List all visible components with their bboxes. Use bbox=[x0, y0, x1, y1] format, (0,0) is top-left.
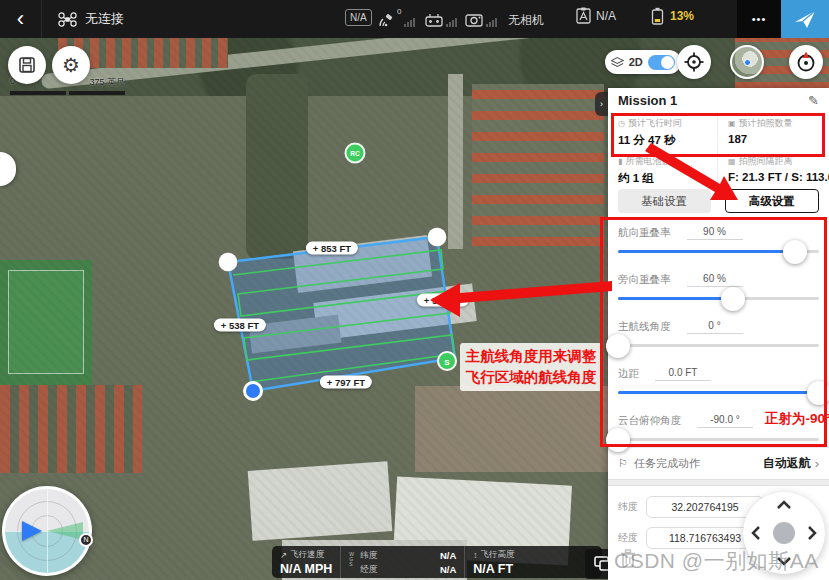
map-orientation-button[interactable] bbox=[789, 45, 823, 79]
stat-value: F: 21.3 FT / S: 113.6 FT bbox=[728, 171, 829, 183]
compass-needle-icon bbox=[795, 51, 817, 73]
aircraft-status[interactable]: 无连接 bbox=[58, 10, 124, 28]
app-screen: RC S + 853 FT + 521 FT + 538 FT + 797 FT… bbox=[0, 0, 829, 580]
complete-action-value: 自动返航 bbox=[763, 455, 811, 472]
minimap-button[interactable] bbox=[730, 45, 764, 79]
battery-icon bbox=[650, 7, 665, 25]
telemetry-speed: ↗ 飞行速度 N/A MPH bbox=[272, 546, 340, 578]
coordinates-section: 纬度 32.202764195 经度 118.716763493 bbox=[608, 486, 829, 580]
gps-signal-bars bbox=[404, 18, 415, 31]
gimbal-note: 正射为-90° bbox=[765, 410, 829, 428]
slider-label: 云台俯仰角度 bbox=[618, 414, 681, 428]
drone-icon bbox=[58, 12, 77, 27]
tutorial-note-line1: 主航线角度用来调整 bbox=[466, 346, 597, 367]
battery-small-icon: ▮ bbox=[618, 157, 622, 166]
nudge-dpad[interactable] bbox=[743, 492, 825, 574]
settings-button[interactable]: ⚙ bbox=[52, 46, 90, 84]
section-divider bbox=[608, 479, 829, 486]
slider-row-front-overlap: 航向重叠率 90 % bbox=[618, 224, 819, 269]
satellite-icon bbox=[378, 13, 394, 28]
slider-value[interactable]: 0 ° bbox=[687, 320, 743, 334]
stat-flight-time: ◷ 预计飞行时间 11 分 47 秒 bbox=[608, 112, 718, 150]
telemetry-altitude: ↕ 飞行高度 N/A FT bbox=[464, 546, 522, 578]
slider-knob[interactable] bbox=[606, 334, 630, 358]
lng-label: 经度 bbox=[360, 564, 377, 576]
slider-value[interactable]: -90.0 ° bbox=[697, 414, 753, 428]
slider-value[interactable]: 90 % bbox=[687, 226, 743, 240]
stat-value: 11 分 47 秒 bbox=[618, 133, 709, 148]
gps-signal: 0 bbox=[378, 7, 415, 31]
slider-knob[interactable] bbox=[807, 381, 829, 405]
locate-button[interactable] bbox=[677, 45, 711, 79]
camera-status: 无相机 bbox=[508, 12, 544, 29]
rc-signal bbox=[425, 7, 457, 31]
panel-collapse-handle[interactable]: › bbox=[595, 92, 608, 116]
more-menu-button[interactable]: ••• bbox=[737, 0, 781, 38]
flag-icon: ⚐ bbox=[618, 457, 628, 470]
tab-basic-settings[interactable]: 基础设置 bbox=[618, 189, 711, 213]
stat-label: 拍照间隔距离 bbox=[739, 155, 793, 168]
takeoff-button[interactable] bbox=[781, 0, 829, 38]
altitude-value: N/A FT bbox=[473, 562, 514, 576]
slider-value[interactable]: 60 % bbox=[687, 273, 743, 287]
mission-complete-action[interactable]: ⚐ 任务完成动作 自动返航 › bbox=[608, 447, 829, 479]
camera-icon bbox=[465, 13, 483, 27]
lat-value: N/A bbox=[440, 550, 456, 562]
map-2d-toggle[interactable] bbox=[648, 55, 675, 70]
compass-north-badge: N bbox=[79, 533, 93, 547]
tab-advanced-settings[interactable]: 高级设置 bbox=[725, 189, 820, 213]
edge-length-label: + 538 FT bbox=[214, 319, 266, 332]
slider-track[interactable] bbox=[618, 391, 819, 394]
gear-icon: ⚙ bbox=[62, 53, 80, 77]
flight-mode[interactable]: N/A bbox=[576, 7, 616, 24]
save-mission-button[interactable] bbox=[8, 46, 46, 84]
slider-track[interactable] bbox=[618, 297, 819, 300]
mission-header: Mission 1 ✎ bbox=[608, 88, 829, 112]
back-button[interactable]: ‹ bbox=[0, 0, 42, 38]
map-mode-pill[interactable]: 2D bbox=[605, 50, 681, 74]
mission-title: Mission 1 bbox=[618, 93, 677, 108]
latitude-label: 纬度 bbox=[618, 500, 646, 514]
attitude-compass: N bbox=[2, 486, 92, 576]
slider-knob[interactable] bbox=[721, 287, 745, 311]
battery-status[interactable]: 13% bbox=[650, 7, 694, 25]
mission-panel: › Mission 1 ✎ ◷ 预计飞行时间 11 分 47 秒 ▣ 预计拍照数… bbox=[608, 88, 829, 580]
telemetry-bar: ↗ 飞行速度 N/A MPH WGS 纬度 N/A 经度 N/A ↕ 飞行高度 bbox=[272, 546, 602, 578]
slider-track[interactable] bbox=[618, 438, 819, 441]
altitude-icon: ↕ bbox=[473, 550, 477, 560]
rc-signal-bars bbox=[446, 18, 457, 31]
vertex-handle-selected[interactable] bbox=[245, 383, 262, 400]
slider-knob[interactable] bbox=[606, 428, 630, 452]
slider-label: 主航线角度 bbox=[618, 320, 671, 334]
start-marker-label: S bbox=[444, 358, 450, 367]
top-status-bar: ‹ 无连接 N/A 0 bbox=[0, 0, 829, 38]
stat-interval-distance: ▦ 拍照间隔距离 F: 21.3 FT / S: 113.6 FT bbox=[718, 150, 829, 188]
satellite-count: 0 bbox=[397, 7, 401, 16]
slider-value[interactable]: 0.0 FT bbox=[655, 367, 711, 381]
slider-knob[interactable] bbox=[783, 240, 807, 264]
advanced-settings: 航向重叠率 90 % 旁向重叠率 60 % bbox=[608, 218, 829, 447]
dpad-center-button[interactable] bbox=[773, 522, 795, 544]
scale-bar bbox=[10, 91, 125, 95]
flight-mode-value: N/A bbox=[596, 9, 616, 23]
speed-value: N/A MPH bbox=[280, 562, 332, 576]
tutorial-note-line2: 飞行区域的航线角度 bbox=[466, 367, 597, 388]
slider-track[interactable] bbox=[618, 344, 819, 347]
scale-end: 375 英尺 bbox=[89, 76, 125, 89]
vertex-handle[interactable] bbox=[219, 253, 238, 272]
stat-value: 187 bbox=[728, 133, 829, 145]
longitude-label: 经度 bbox=[618, 531, 646, 545]
edit-mission-name-icon[interactable]: ✎ bbox=[808, 93, 819, 108]
vertex-handle[interactable] bbox=[428, 228, 447, 247]
edge-length-label: + 797 FT bbox=[320, 376, 372, 389]
connection-status: 无连接 bbox=[85, 10, 124, 28]
slider-track[interactable] bbox=[618, 250, 819, 253]
remote-controller-icon bbox=[425, 13, 443, 27]
altitude-label: 飞行高度 bbox=[481, 549, 515, 561]
slider-row-side-overlap: 旁向重叠率 60 % bbox=[618, 271, 819, 316]
status-na-badge: N/A bbox=[345, 9, 372, 26]
stat-label: 所需电池数 bbox=[625, 155, 670, 168]
lat-label: 纬度 bbox=[360, 550, 377, 562]
minimap-position-dot bbox=[744, 59, 751, 66]
slider-row-route-angle: 主航线角度 0 ° bbox=[618, 318, 819, 363]
